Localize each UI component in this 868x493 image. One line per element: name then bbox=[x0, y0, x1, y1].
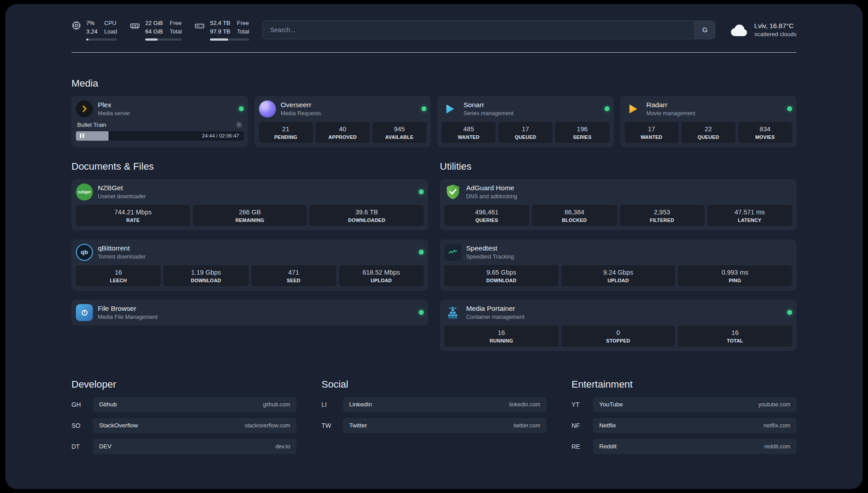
status-dot bbox=[419, 310, 424, 315]
section-title-social: Social bbox=[321, 379, 547, 390]
service-name: File Browser bbox=[98, 305, 158, 313]
bookmark-pill: Reddit reddit.com bbox=[593, 439, 797, 454]
bookmark-netflix[interactable]: NF Netflix netflix.com bbox=[572, 418, 797, 433]
service-description: Movie management bbox=[647, 110, 696, 117]
plex-now-playing: Bullet Train 24:44 / 02:06:47 bbox=[76, 121, 244, 141]
service-name: Speedtest bbox=[466, 244, 514, 252]
status-dot bbox=[419, 189, 424, 194]
stat-approved: 40 APPROVED bbox=[316, 122, 370, 143]
section-entertainment: Entertainment YT YouTube youtube.com NF … bbox=[572, 379, 797, 454]
stat-wanted: 485 WANTED bbox=[442, 122, 496, 143]
playback-progress-bar[interactable]: 24:44 / 02:06:47 bbox=[76, 131, 244, 141]
memory-free-label: Free bbox=[170, 19, 182, 28]
resource-widgets: 7% 3.24 CPU Load bbox=[71, 19, 249, 41]
service-description: Container management bbox=[466, 314, 525, 320]
bookmark-pill: LinkedIn linkedin.com bbox=[343, 397, 547, 412]
portainer-icon bbox=[444, 304, 461, 321]
cloud-icon bbox=[729, 23, 748, 37]
memory-progress-fill bbox=[145, 38, 158, 41]
disk-total-label: Total bbox=[237, 28, 249, 36]
stat-blocked: 86,384 BLOCKED bbox=[532, 205, 617, 226]
service-card-plex[interactable]: Plex Media server Bullet Train bbox=[71, 96, 248, 147]
disk-icon bbox=[194, 21, 205, 31]
service-card-qbittorrent[interactable]: qb qBittorrent Torrent downloader 16 LEE… bbox=[71, 239, 428, 291]
bookmark-twitter[interactable]: TW Twitter twitter.com bbox=[321, 418, 547, 433]
bookmark-stackoverflow[interactable]: SO StackOverflow stackoverflow.com bbox=[71, 418, 296, 433]
service-card-speedtest[interactable]: Speedtest Speedtest Tracking 9.65 Gbps D… bbox=[440, 239, 797, 291]
cpu-chip-icon bbox=[71, 21, 81, 30]
stat-seed: 471 SEED bbox=[251, 265, 336, 286]
search-input[interactable] bbox=[263, 21, 715, 39]
stat-queued: 17 QUEUED bbox=[498, 122, 552, 143]
gear-icon[interactable] bbox=[236, 121, 242, 128]
section-title-documents: Documents & Files bbox=[71, 161, 428, 172]
service-description: Media Requests bbox=[281, 110, 321, 117]
service-card-radarr[interactable]: Radarr Movie management 17 WANTED 22 QUE… bbox=[620, 96, 797, 147]
service-name: Plex bbox=[98, 101, 130, 109]
stat-movies: 834 MOVIES bbox=[738, 122, 792, 143]
bookmark-abbr: DT bbox=[71, 443, 93, 450]
cpu-label: CPU bbox=[104, 19, 117, 28]
bookmark-abbr: SO bbox=[71, 422, 93, 429]
stat-remaining: 266 GB REMAINING bbox=[193, 205, 307, 226]
sonarr-icon bbox=[442, 100, 459, 117]
stat-running: 16 RUNNING bbox=[444, 326, 559, 347]
bookmark-youtube[interactable]: YT YouTube youtube.com bbox=[572, 397, 797, 412]
weather-condition: scattered clouds bbox=[754, 31, 797, 38]
top-bar: 7% 3.24 CPU Load bbox=[71, 19, 797, 41]
service-description: Speedtest Tracking bbox=[466, 254, 514, 260]
status-dot bbox=[605, 106, 609, 111]
topbar-divider bbox=[71, 52, 797, 53]
service-card-portainer[interactable]: Media Portainer Container management 16 … bbox=[440, 300, 797, 351]
stat-downloaded: 39.6 TB DOWNLOADED bbox=[309, 205, 424, 226]
service-card-nzbget[interactable]: nzbget NZBGet Usenet downloader 744.21 M… bbox=[71, 179, 428, 230]
qbittorrent-icon: qb bbox=[76, 244, 93, 261]
cpu-progress-fill bbox=[86, 38, 88, 41]
service-name: Sonarr bbox=[463, 101, 513, 109]
stat-available: 945 AVAILABLE bbox=[372, 122, 426, 143]
cpu-percent: 7% bbox=[86, 19, 97, 28]
service-name: Radarr bbox=[647, 101, 696, 109]
stat-pending: 21 PENDING bbox=[259, 122, 313, 143]
service-card-filebrowser[interactable]: File Browser Media File Management bbox=[71, 300, 428, 326]
stat-ping: 0.993 ms PING bbox=[678, 265, 792, 286]
service-name: Overseerr bbox=[281, 101, 321, 109]
stat-download: 1.19 Gbps DOWNLOAD bbox=[163, 265, 248, 286]
service-name: Media Portainer bbox=[466, 305, 525, 313]
section-title-media: Media bbox=[71, 78, 797, 89]
search-engine-button[interactable]: G bbox=[694, 21, 715, 39]
speedtest-icon bbox=[444, 244, 461, 261]
service-card-sonarr[interactable]: Sonarr Series management 485 WANTED 17 Q… bbox=[437, 96, 614, 147]
memory-free-value: 22 GiB bbox=[145, 19, 163, 28]
section-title-entertainment: Entertainment bbox=[572, 379, 797, 390]
bookmark-pill: YouTube youtube.com bbox=[593, 397, 797, 412]
section-social: Social LI LinkedIn linkedin.com TW Twitt… bbox=[321, 379, 547, 433]
disk-widget: 52.4 TB 97.9 TB Free Total bbox=[194, 19, 249, 41]
overseerr-icon bbox=[259, 100, 276, 117]
bookmark-abbr: GH bbox=[71, 401, 93, 408]
playback-time: 24:44 / 02:06:47 bbox=[202, 133, 239, 138]
stat-filtered: 2,953 FILTERED bbox=[620, 205, 705, 226]
status-dot bbox=[787, 310, 792, 315]
stat-download: 9.65 Gbps DOWNLOAD bbox=[444, 265, 559, 286]
stat-stopped: 0 STOPPED bbox=[561, 326, 676, 347]
stat-upload: 9.24 Gbps UPLOAD bbox=[561, 265, 676, 286]
bookmark-linkedin[interactable]: LI LinkedIn linkedin.com bbox=[321, 397, 547, 412]
pause-icon[interactable] bbox=[80, 134, 84, 138]
now-playing-title: Bullet Train bbox=[77, 121, 106, 128]
stat-leech: 16 LEECH bbox=[76, 265, 161, 286]
search-bar: G bbox=[263, 21, 715, 39]
section-utilities: Utilities AdGuard Home DNS and adblockin… bbox=[440, 161, 797, 351]
stat-queued: 22 QUEUED bbox=[681, 122, 735, 143]
service-card-overseerr[interactable]: Overseerr Media Requests 21 PENDING 40 A… bbox=[255, 96, 431, 147]
memory-icon bbox=[129, 21, 140, 31]
service-card-adguard[interactable]: AdGuard Home DNS and adblocking 498,461 … bbox=[440, 179, 797, 230]
stat-wanted: 17 WANTED bbox=[625, 122, 679, 143]
stat-rate: 744.21 Mbps RATE bbox=[76, 205, 190, 226]
filebrowser-icon bbox=[76, 304, 93, 321]
service-description: Usenet downloader bbox=[98, 193, 146, 200]
service-description: Media File Management bbox=[98, 314, 158, 320]
bookmark-reddit[interactable]: RE Reddit reddit.com bbox=[572, 439, 797, 454]
bookmark-github[interactable]: GH Github github.com bbox=[71, 397, 296, 412]
bookmark-dev[interactable]: DT DEV dev.to bbox=[71, 439, 296, 454]
